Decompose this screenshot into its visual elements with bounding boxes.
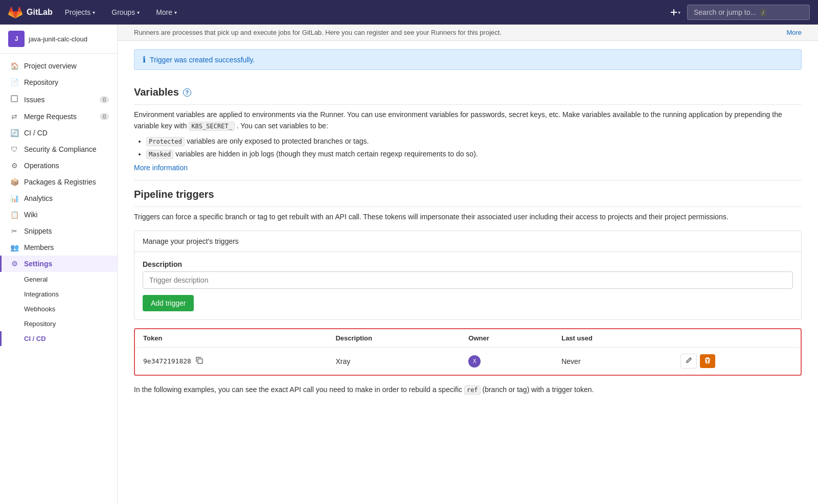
navbar-right: ▾ Search or jump to... /	[667, 4, 810, 20]
packages-icon: 📦	[10, 178, 19, 186]
sidebar-project[interactable]: J java-junit-calc-cloud	[0, 25, 117, 54]
project-avatar: J	[8, 31, 25, 47]
masked-code: Masked	[146, 150, 173, 159]
triggers-box-header: Manage your project's triggers	[134, 231, 801, 252]
sidebar-item-issues[interactable]: Issues 0	[0, 90, 117, 108]
variables-bullet-list: Protected variables are only exposed to …	[146, 136, 802, 159]
pipeline-triggers-description: Triggers can force a specific branch or …	[134, 211, 802, 222]
groups-chevron-icon: ▾	[137, 10, 140, 15]
variables-title: Variables ?	[134, 86, 802, 98]
sidebar-item-analytics[interactable]: 📊 Analytics	[0, 190, 117, 207]
add-trigger-button[interactable]: Add trigger	[143, 295, 194, 311]
protected-code: Protected	[146, 137, 185, 146]
trigger-table-head: Token Description Owner Last used	[135, 329, 801, 348]
merge-requests-icon: ⇄	[10, 112, 19, 121]
variables-help-icon[interactable]: ?	[183, 88, 191, 97]
ci-cd-icon: 🔄	[10, 129, 19, 137]
examples-section: In the following examples, you can see t…	[134, 384, 802, 395]
edit-icon	[685, 357, 692, 364]
trigger-description-input[interactable]	[143, 271, 793, 289]
app-layout: J java-junit-calc-cloud 🏠 Project overvi…	[0, 25, 818, 504]
pipeline-triggers-section: Pipeline triggers Triggers can force a s…	[118, 180, 818, 412]
gitlab-logo-icon	[8, 5, 22, 19]
trigger-table-body: 9e3472191828 Xray	[135, 348, 801, 375]
masked-bullet: Masked variables are hidden in job logs …	[146, 149, 802, 159]
wiki-icon: 📋	[10, 211, 19, 219]
runners-bar: Runners are processes that pick up and e…	[118, 25, 818, 41]
members-icon: 👥	[10, 243, 19, 251]
pipeline-triggers-title: Pipeline triggers	[134, 189, 802, 200]
sidebar-item-packages-registries[interactable]: 📦 Packages & Registries	[0, 174, 117, 190]
more-nav-item[interactable]: More ▾	[152, 6, 181, 18]
sidebar-sub-item-integrations[interactable]: Integrations	[0, 287, 117, 302]
projects-chevron-icon: ▾	[93, 10, 95, 15]
repository-icon: 📄	[10, 78, 19, 86]
more-chevron-icon: ▾	[174, 10, 177, 15]
description-header: Description	[327, 329, 460, 348]
plus-chevron-icon: ▾	[678, 10, 680, 15]
sidebar-item-operations[interactable]: ⚙ Operations	[0, 157, 117, 174]
protected-bullet: Protected variables are only exposed to …	[146, 136, 802, 147]
delete-trigger-button[interactable]	[700, 354, 715, 368]
ref-code: ref	[464, 385, 481, 395]
sidebar-item-project-overview[interactable]: 🏠 Project overview	[0, 58, 117, 74]
plus-icon	[670, 8, 678, 16]
sidebar-item-wiki[interactable]: 📋 Wiki	[0, 207, 117, 223]
row-actions	[680, 354, 792, 369]
keyboard-shortcut-hint: /	[760, 9, 766, 16]
settings-sub-nav: General Integrations Webhooks Repository…	[0, 272, 117, 346]
pipeline-triggers-divider	[134, 207, 802, 207]
snippets-icon: ✂	[10, 227, 19, 235]
plus-icon-button[interactable]: ▾	[667, 4, 683, 20]
trash-icon	[704, 357, 711, 364]
examples-text: In the following examples, you can see t…	[134, 384, 802, 395]
svg-rect-2	[11, 96, 17, 102]
groups-nav-item[interactable]: Groups ▾	[107, 6, 144, 18]
gitlab-brand[interactable]: GitLab	[8, 5, 53, 19]
k8s-secret-code: K8S_SECRET_	[189, 122, 234, 131]
owner-cell: X	[460, 348, 553, 375]
token-header: Token	[135, 329, 327, 348]
sidebar-sub-item-webhooks[interactable]: Webhooks	[0, 302, 117, 316]
last-used-cell: Never	[553, 348, 672, 375]
sidebar-item-members[interactable]: 👥 Members	[0, 239, 117, 256]
sidebar-item-security-compliance[interactable]: 🛡 Security & Compliance	[0, 141, 117, 157]
actions-header	[672, 329, 801, 348]
sidebar-sub-item-ci-cd[interactable]: CI / CD	[0, 331, 117, 346]
operations-icon: ⚙	[10, 162, 19, 170]
svg-rect-3	[198, 359, 202, 363]
project-name: java-junit-calc-cloud	[29, 35, 87, 43]
sidebar-item-merge-requests[interactable]: ⇄ Merge Requests 0	[0, 108, 117, 125]
description-label: Description	[143, 260, 793, 268]
issues-badge: 0	[100, 96, 109, 103]
sidebar-sub-item-general[interactable]: General	[0, 272, 117, 287]
projects-nav-item[interactable]: Projects ▾	[61, 6, 100, 18]
sidebar-item-ci-cd[interactable]: 🔄 CI / CD	[0, 125, 117, 141]
triggers-form: Description Add trigger	[134, 252, 801, 319]
sidebar-item-repository[interactable]: 📄 Repository	[0, 74, 117, 90]
description-cell: Xray	[327, 348, 460, 375]
analytics-icon: 📊	[10, 194, 19, 202]
sidebar-item-snippets[interactable]: ✂ Snippets	[0, 223, 117, 239]
top-navbar: GitLab Projects ▾ Groups ▾ More ▾ ▾ Sear…	[0, 0, 818, 25]
settings-icon: ⚙	[10, 260, 19, 268]
actions-cell	[672, 348, 801, 375]
issues-icon	[10, 95, 19, 104]
sidebar-item-settings[interactable]: ⚙ Settings	[0, 256, 117, 272]
gitlab-wordmark: GitLab	[27, 8, 53, 17]
edit-trigger-button[interactable]	[680, 354, 697, 369]
sidebar-sub-item-repository[interactable]: Repository	[0, 316, 117, 331]
token-cell: 9e3472191828	[135, 348, 327, 375]
sidebar: J java-junit-calc-cloud 🏠 Project overvi…	[0, 25, 118, 504]
copy-token-icon[interactable]	[195, 356, 203, 366]
svg-rect-1	[671, 12, 677, 13]
runners-more-link[interactable]: More	[786, 29, 802, 36]
variables-description: Environment variables are applied to env…	[134, 109, 802, 132]
trigger-table-wrapper: Token Description Owner Last used 9e3472…	[134, 328, 802, 376]
triggers-management-box: Manage your project's triggers Descripti…	[134, 231, 802, 320]
more-information-link[interactable]: More information	[134, 164, 188, 172]
search-bar[interactable]: Search or jump to... /	[687, 5, 810, 20]
main-content: Runners are processes that pick up and e…	[118, 25, 818, 504]
owner-header: Owner	[460, 329, 553, 348]
security-icon: 🛡	[10, 145, 19, 153]
